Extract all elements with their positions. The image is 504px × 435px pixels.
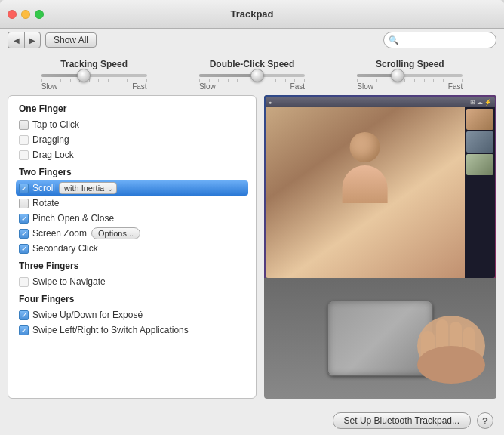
right-panel: ●⊞ ☁ ⚡ [264,95,496,399]
slider-slow-0: Slow [41,82,58,91]
checkbox-1-1[interactable] [19,199,29,208]
slider-group-2: Scrolling SpeedSlowFast [344,59,476,91]
search-icon: 🔍 [389,35,399,45]
section-title-0: One Finger [19,103,245,114]
thumbnail-2 [466,131,493,153]
sim-photo-area [266,107,495,278]
option-row-2-0[interactable]: Swipe to Navigate [19,274,245,289]
titlebar: Trackpad [0,0,504,29]
checkbox-1-4[interactable]: ✓ [19,244,29,254]
close-button[interactable] [8,10,17,19]
checkbox-3-1[interactable]: ✓ [19,325,29,335]
option-label-1-3: Screen Zoom [32,228,87,239]
checkbox-0-1[interactable] [19,135,29,145]
option-row-0-0[interactable]: Tap to Click [19,117,245,132]
trackpad-image [264,278,496,399]
checkbox-1-3[interactable]: ✓ [19,229,29,239]
forward-button[interactable]: ▶ [24,32,41,48]
bluetooth-trackpad-button[interactable]: Set Up Bluetooth Trackpad... [333,412,471,429]
option-row-0-1[interactable]: Dragging [19,132,245,147]
slider-ticks-2 [357,79,463,82]
option-row-1-1[interactable]: Rotate [19,196,245,211]
minimize-button[interactable] [21,10,30,19]
search-box: 🔍 [383,32,496,48]
back-button[interactable]: ◀ [8,32,24,48]
thumbnail-3 [466,154,493,175]
preview-image: ●⊞ ☁ ⚡ [264,95,496,278]
checkbox-2-0[interactable] [19,277,29,287]
sim-main-photo [266,107,465,278]
svg-point-5 [417,346,485,384]
nav-group: ◀ ▶ [8,32,41,48]
option-label-0-1: Dragging [32,134,69,145]
slider-thumb-2[interactable] [391,69,404,82]
slider-track-2[interactable] [357,74,463,82]
sim-person [296,125,435,278]
show-all-button[interactable]: Show All [45,32,97,48]
sim-thumbnails [465,107,495,278]
person-body [343,165,388,203]
preview-content: ●⊞ ☁ ⚡ [264,95,496,278]
sim-screen: ●⊞ ☁ ⚡ [266,97,495,278]
checkbox-1-2[interactable]: ✓ [19,214,29,224]
slider-track-0[interactable] [41,74,147,82]
slider-fast-0: Fast [132,82,146,91]
option-row-0-2[interactable]: Drag Lock [19,147,245,162]
option-row-1-4[interactable]: ✓Secondary Click [19,241,245,256]
option-row-3-0[interactable]: ✓Swipe Up/Down for Exposé [19,307,245,322]
option-label-1-0: Scroll [32,183,55,193]
section-title-2: Three Fingers [19,261,245,271]
checkbox-3-0[interactable]: ✓ [19,310,29,320]
toolbar: ◀ ▶ Show All 🔍 [0,29,504,51]
option-row-1-2[interactable]: ✓Pinch Open & Close [19,211,245,226]
window-title: Trackpad [230,8,273,20]
section-title-3: Four Fingers [19,294,245,304]
help-button[interactable]: ? [477,412,493,429]
checkbox-0-2[interactable] [19,150,29,160]
slider-fast-1: Fast [290,82,305,91]
option-label-3-1: Swipe Left/Right to Switch Applications [32,325,189,335]
main-content: One FingerTap to ClickDraggingDrag LockT… [0,95,504,406]
hand-icon [398,285,489,384]
option-row-1-3[interactable]: ✓Screen ZoomOptions... [19,226,245,241]
bottom-bar: Set Up Bluetooth Trackpad... ? [0,406,504,435]
slider-label-0: Tracking Speed [60,59,128,69]
slider-track-1[interactable] [199,74,305,82]
thumbnail-1 [466,109,493,130]
option-label-3-0: Swipe Up/Down for Exposé [32,310,143,320]
option-label-2-0: Swipe to Navigate [32,276,106,287]
window: Trackpad ◀ ▶ Show All 🔍 Tracking SpeedSl… [0,0,504,435]
options-button-1-3[interactable]: Options... [91,227,140,239]
slider-ticks-0 [41,79,147,82]
left-panel: One FingerTap to ClickDraggingDrag LockT… [8,95,257,399]
slider-label-1: Double-Click Speed [210,59,295,69]
option-label-0-2: Drag Lock [32,150,74,160]
option-label-0-0: Tap to Click [32,119,79,130]
section-title-1: Two Fingers [19,167,245,177]
person-head [350,132,380,162]
checkbox-0-0[interactable] [19,120,29,130]
slider-fast-2: Fast [448,82,463,91]
slider-group-1: Double-Click SpeedSlowFast [186,59,318,91]
sim-screen-bar: ●⊞ ☁ ⚡ [266,97,495,107]
option-row-3-1[interactable]: ✓Swipe Left/Right to Switch Applications [19,322,245,338]
slider-slow-1: Slow [199,82,216,91]
option-label-1-4: Secondary Click [32,243,98,254]
dropdown-1-0[interactable]: with Inertia [59,182,117,194]
slider-thumb-1[interactable] [250,69,264,82]
option-row-1-0[interactable]: ✓Scrollwith Inertia [16,180,248,196]
option-label-1-2: Pinch Open & Close [32,213,114,224]
slider-thumb-0[interactable] [77,69,91,82]
traffic-lights [8,10,44,19]
slider-group-0: Tracking SpeedSlowFast [28,59,160,91]
search-input[interactable] [383,32,496,48]
sliders-section: Tracking SpeedSlowFastDouble-Click Speed… [0,51,504,95]
option-label-1-1: Rotate [32,198,59,208]
checkbox-1-0[interactable]: ✓ [19,184,29,193]
slider-slow-2: Slow [357,82,373,91]
maximize-button[interactable] [35,10,44,19]
slider-label-2: Scrolling Speed [376,59,444,69]
